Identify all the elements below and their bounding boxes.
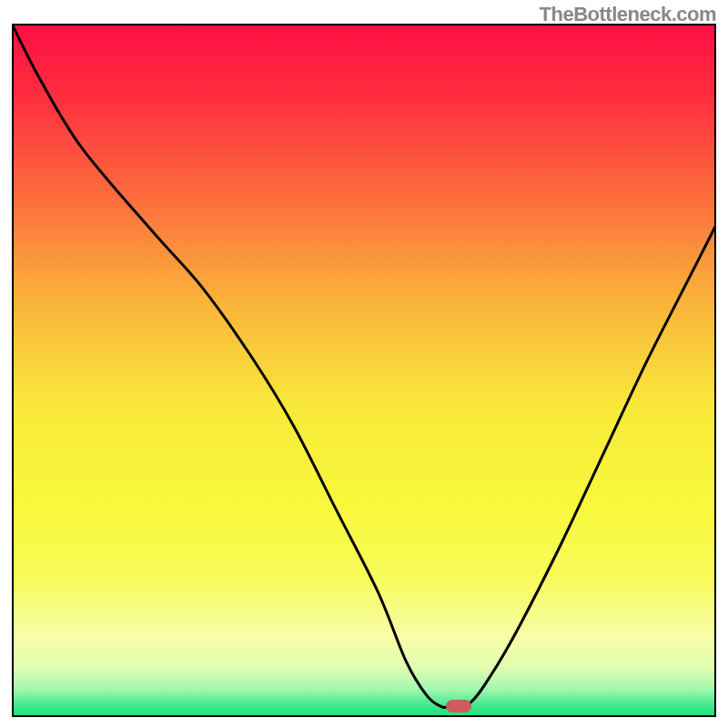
svg-rect-0 <box>12 24 716 717</box>
chart-background-gradient <box>12 24 716 717</box>
chart-frame <box>12 24 716 717</box>
optimal-point-marker <box>446 700 471 713</box>
